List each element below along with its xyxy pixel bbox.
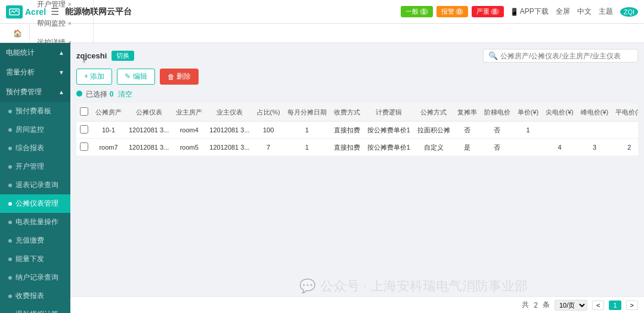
selected-dot [76, 91, 82, 97]
header: Acrel ☰ 能源物联网云平台 一般 1 报警 0 严重 8 📱 APP下载 … [0, 0, 644, 24]
cell-占比: 7 [253, 139, 284, 156]
table-header-row: 公摊房产 公摊仪表 业主房产 业主仪表 占比(%) 每月分摊日期 收费方式 计费… [76, 103, 638, 122]
sidebar-item-label: 电表批量操作 [16, 217, 58, 227]
breadcrumb-close-icon[interactable]: × [82, 78, 86, 84]
table-row: room712012081 3...room512012081 3...71直接… [76, 139, 638, 156]
table-body: 10-112012081 3...room412012081 3...1001直… [76, 122, 638, 156]
sidebar-item[interactable]: 退补模拟计算 [0, 305, 70, 313]
search-input[interactable] [500, 52, 633, 60]
sidebar-item-dot [8, 147, 12, 150]
badge-warn-count: 0 [456, 8, 464, 15]
sidebar-item[interactable]: 收费报表 [0, 287, 70, 305]
table-wrap: 公摊房产 公摊仪表 业主房产 业主仪表 占比(%) 每月分摊日期 收费方式 计费… [76, 103, 638, 156]
chevron-down-icon: ▲ [58, 49, 64, 56]
cell-占比: 100 [253, 122, 284, 139]
sidebar-item[interactable]: 纳户记录查询 [0, 268, 70, 287]
data-table: 公摊房产 公摊仪表 业主房产 业主仪表 占比(%) 每月分摊日期 收费方式 计费… [76, 103, 638, 156]
th-zhanbiz: 占比(%) [253, 103, 284, 122]
sidebar-item[interactable]: 综合报表 [0, 139, 70, 157]
th-futan: 复摊率 [454, 103, 481, 122]
per-page-select[interactable]: 10/页 20/页 50/页 [555, 300, 587, 311]
language-btn[interactable]: 中文 [577, 7, 592, 17]
page-header: zqjceshi 切换 🔍 [76, 49, 638, 63]
edit-button[interactable]: ✎ 编辑 [117, 69, 154, 85]
th-jifei: 计费逻辑 [364, 103, 414, 122]
sidebar-item-dot [8, 258, 12, 261]
delete-button[interactable]: 🗑 删除 [160, 69, 199, 85]
breadcrumb-bar: 🏠 首页开户管理×帮间监控×远控详情×收费方案设置×公摊仪表管理× [0, 24, 644, 43]
breadcrumb-tab[interactable]: 帮间监控× [30, 14, 94, 33]
cell-公摊房产: 10-1 [92, 122, 125, 139]
page-1-btn[interactable]: 1 [609, 300, 621, 310]
th-shoufei: 收费方式 [330, 103, 364, 122]
sidebar-item-dot [8, 276, 12, 280]
sidebar-item[interactable]: 预付费看板 [0, 102, 70, 120]
search-box: 🔍 [483, 49, 638, 63]
breadcrumb-tab[interactable]: 开户管理× [30, 0, 94, 14]
selected-prefix-label: 已选择 [86, 90, 107, 98]
sidebar-item-label: 房间监控 [16, 125, 44, 135]
badge-normal-count: 1 [420, 8, 428, 15]
page-username: zqjceshi [76, 51, 107, 60]
cell-复摊率: 是 [454, 139, 481, 156]
row-checkbox-cell [76, 139, 92, 156]
sidebar-group-header[interactable]: 电能统计▲ [0, 43, 70, 63]
th-feng: 峰电价(¥) [577, 103, 612, 122]
clear-button[interactable]: 清空 [118, 89, 132, 100]
sidebar-item[interactable]: 充值缴费 [0, 231, 70, 250]
badge-normal[interactable]: 一般 1 [401, 6, 433, 17]
switch-user-button[interactable]: 切换 [112, 51, 134, 61]
prev-page-btn[interactable]: < [592, 300, 604, 310]
sidebar-item[interactable]: 开户管理 [0, 157, 70, 176]
chevron-down-icon: ▼ [58, 69, 64, 76]
th-jieti: 阶梯电价 [481, 103, 514, 122]
cell-公摊方式: 拉面积公摊 [414, 122, 454, 139]
pagination: 共 2 条 10/页 20/页 50/页 < 1 > [70, 296, 644, 313]
next-page-btn[interactable]: > [626, 300, 638, 310]
breadcrumb-close-icon[interactable]: × [68, 1, 72, 8]
sidebar-item-label: 收费报表 [16, 291, 44, 301]
row-checkbox[interactable] [80, 142, 88, 151]
logo-icon [6, 5, 23, 18]
cell-阶梯电价: 否 [481, 139, 514, 156]
sidebar-item[interactable]: 能量下发 [0, 250, 70, 268]
row-checkbox[interactable] [80, 125, 88, 134]
selected-info: 已选择 0 清空 [76, 89, 638, 100]
total-label: 共 [522, 300, 529, 310]
sidebar-group-label: 需量分析 [6, 67, 35, 78]
sidebar-item-label: 充值缴费 [16, 235, 44, 246]
badge-error[interactable]: 严重 8 [472, 6, 504, 17]
cell-峰电价 [577, 122, 612, 139]
sidebar-group-header[interactable]: 预付费管理▲ [0, 82, 70, 102]
badge-error-count: 8 [491, 8, 499, 15]
cell-分摊日期: 1 [284, 122, 330, 139]
breadcrumb-close-icon[interactable]: × [68, 39, 72, 46]
user-avatar[interactable]: ZQI [620, 7, 638, 17]
sidebar-item[interactable]: 退表记录查询 [0, 176, 70, 194]
sidebar-item-dot [8, 110, 12, 113]
th-yezhu-yibiao: 业主仪表 [206, 103, 253, 122]
sidebar-item-label: 公摊仪表管理 [16, 199, 58, 209]
sidebar-item[interactable]: 房间监控 [0, 120, 70, 139]
sidebar-item[interactable]: 电表批量操作 [0, 213, 70, 231]
theme-btn[interactable]: 主题 [599, 7, 613, 17]
fullscreen-btn[interactable]: 全屏 [556, 7, 570, 17]
sidebar-item-label: 开户管理 [16, 162, 44, 172]
th-yezhu-fangchan: 业主房产 [172, 103, 206, 122]
main-content: zqjceshi 切换 🔍 + 添加 ✎ 编辑 🗑 删除 已选择 0 清空 [70, 43, 644, 313]
sidebar-item[interactable]: 公摊仪表管理 [0, 194, 70, 213]
breadcrumb-close-icon[interactable]: × [68, 20, 72, 27]
delete-icon: 🗑 [168, 73, 175, 81]
app-download[interactable]: 📱 APP下载 [510, 7, 549, 17]
cell-计费逻辑: 按公摊费单价1 [364, 139, 414, 156]
cell-业主仪表: 12012081 3... [206, 122, 253, 139]
sidebar-group-header[interactable]: 需量分析▼ [0, 63, 70, 82]
sidebar-item-dot [8, 128, 12, 132]
breadcrumb-close-icon[interactable]: × [82, 58, 86, 65]
badge-warn[interactable]: 报警 0 [436, 6, 469, 17]
breadcrumb-home[interactable]: 🏠 [6, 24, 30, 43]
select-all-checkbox[interactable] [80, 107, 88, 116]
app-icon: 📱 [510, 8, 519, 16]
cell-分摊日期: 1 [284, 139, 330, 156]
cell-阶梯电价: 否 [481, 122, 514, 139]
